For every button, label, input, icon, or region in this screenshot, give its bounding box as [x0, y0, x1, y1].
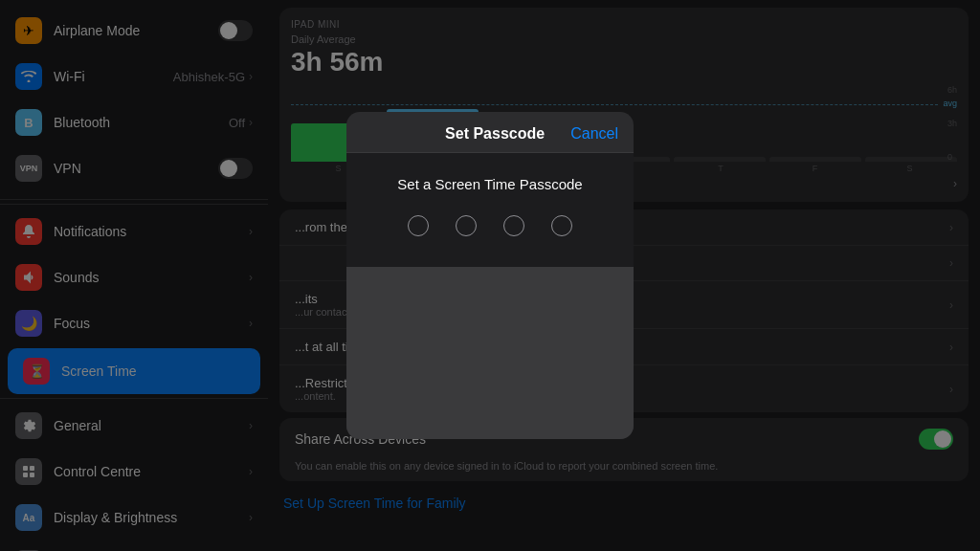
set-passcode-modal: Set Passcode Cancel Set a Screen Time Pa… — [346, 112, 634, 439]
modal-title: Set Passcode — [445, 125, 545, 143]
passcode-dot-3 — [503, 215, 524, 236]
modal-backdrop: Set Passcode Cancel Set a Screen Time Pa… — [0, 0, 980, 551]
passcode-dot-1 — [408, 215, 429, 236]
passcode-dot-2 — [456, 215, 477, 236]
passcode-dot-4 — [551, 215, 572, 236]
modal-body: Set a Screen Time Passcode — [346, 153, 634, 267]
modal-cancel-button[interactable]: Cancel — [570, 125, 618, 143]
keyboard-area[interactable] — [346, 267, 634, 439]
passcode-dots-container — [408, 215, 572, 236]
modal-subtitle: Set a Screen Time Passcode — [397, 176, 582, 192]
modal-header: Set Passcode Cancel — [346, 112, 634, 153]
